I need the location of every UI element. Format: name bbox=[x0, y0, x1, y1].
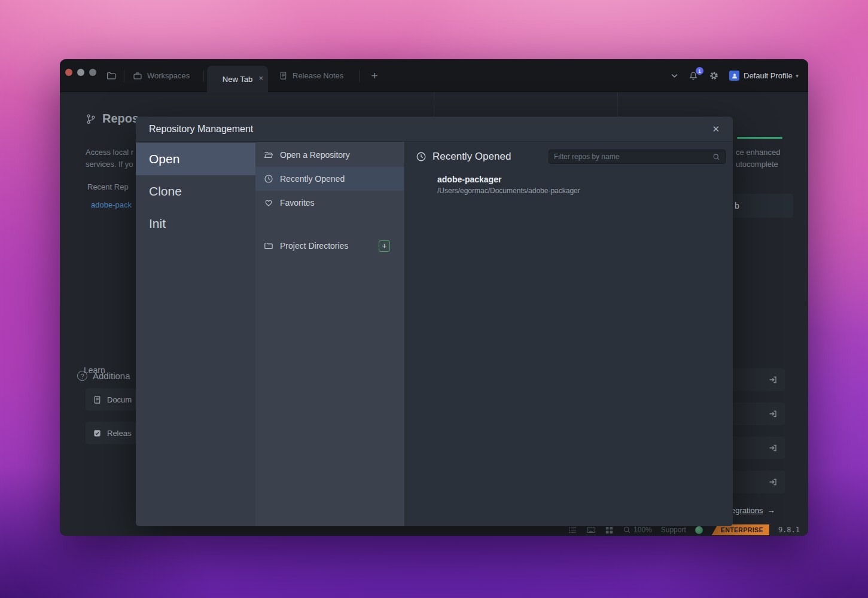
repo-filter bbox=[549, 150, 726, 164]
file-icon bbox=[279, 71, 288, 80]
right-panel-text-line2: utocomplete bbox=[736, 160, 778, 169]
list-icon[interactable] bbox=[568, 526, 577, 535]
globe-status-icon bbox=[695, 526, 703, 534]
sign-in-arrow-icon bbox=[768, 443, 778, 453]
section-label: Favorites bbox=[280, 198, 315, 208]
keyboard-icon[interactable] bbox=[586, 525, 596, 535]
modal-title: Repository Management bbox=[149, 124, 253, 135]
button-label: Releas bbox=[107, 429, 131, 438]
titlebar: Workspaces New Tab × Release Notes + bbox=[60, 59, 808, 92]
traffic-light-minimize-button[interactable] bbox=[77, 69, 84, 76]
add-project-directory-button[interactable]: + bbox=[379, 240, 390, 252]
panel-header: Recently Opened bbox=[405, 142, 733, 164]
tab-separator bbox=[124, 70, 124, 82]
intro-text-line2: services. If yo bbox=[86, 160, 133, 169]
grid-icon[interactable] bbox=[605, 526, 614, 535]
repo-list-item[interactable]: adobe-packager /Users/egormac/Documents/… bbox=[405, 175, 733, 195]
traffic-light-close-button[interactable] bbox=[65, 69, 72, 76]
nav-item-init[interactable]: Init bbox=[136, 208, 255, 240]
button-label: Docum bbox=[107, 395, 132, 404]
sign-in-arrow-icon bbox=[768, 477, 778, 487]
tab-separator bbox=[359, 70, 360, 82]
repo-path: /Users/egormac/Documents/adobe-packager bbox=[437, 187, 733, 195]
tab-release-notes[interactable]: Release Notes bbox=[279, 59, 343, 92]
intro-text-line1: Access local r bbox=[86, 148, 133, 157]
panel-title: Recently Opened bbox=[433, 151, 511, 163]
repositories-header: Repos bbox=[86, 112, 139, 126]
section-recently-opened[interactable]: Recently Opened bbox=[255, 167, 404, 191]
section-open-a-repository[interactable]: Open a Repository bbox=[255, 143, 404, 167]
section-favorites[interactable]: Favorites bbox=[255, 191, 404, 215]
folder-icon bbox=[264, 241, 273, 251]
clock-icon bbox=[416, 151, 427, 162]
modal-header: Repository Management ✕ bbox=[136, 117, 733, 142]
recent-repos-label: Recent Rep bbox=[87, 182, 129, 191]
briefcase-icon bbox=[133, 71, 142, 81]
sign-in-arrow-icon bbox=[768, 375, 778, 385]
button-label: b bbox=[735, 201, 739, 210]
nav-item-open[interactable]: Open bbox=[136, 143, 255, 175]
app-version: 9.8.1 bbox=[778, 526, 800, 534]
tab-label: Release Notes bbox=[293, 71, 343, 80]
link-label: egrations bbox=[731, 506, 763, 515]
arrow-right-icon: → bbox=[767, 506, 775, 515]
right-panel-text-line1: ce enhanced bbox=[736, 148, 780, 157]
close-tab-icon[interactable]: × bbox=[258, 74, 263, 83]
folder-open-icon bbox=[264, 150, 273, 160]
integrations-link[interactable]: egrations → bbox=[731, 506, 775, 515]
avatar[interactable] bbox=[729, 71, 739, 81]
profile-label[interactable]: Default Profile bbox=[744, 59, 793, 92]
recent-repo-link[interactable]: adobe-pack bbox=[91, 200, 132, 209]
zoom-level: 100% bbox=[634, 526, 652, 534]
chevron-down-icon[interactable] bbox=[669, 59, 680, 92]
tab-workspaces[interactable]: Workspaces bbox=[133, 59, 190, 92]
tab-label: Workspaces bbox=[147, 71, 190, 80]
app-window: Workspaces New Tab × Release Notes + bbox=[60, 59, 808, 536]
traffic-light-zoom-button[interactable] bbox=[89, 69, 96, 76]
recently-opened-panel: Recently Opened adobe-packager /Users/eg… bbox=[405, 142, 733, 526]
heart-icon bbox=[264, 198, 273, 208]
close-icon[interactable]: ✕ bbox=[712, 124, 720, 135]
modal-sections: Open a Repository Recently Opened Favori… bbox=[255, 142, 405, 526]
zoom-control[interactable]: 100% bbox=[623, 526, 652, 534]
notification-badge: 1 bbox=[696, 67, 703, 75]
notifications-bell-icon[interactable] bbox=[689, 59, 698, 92]
sign-in-arrow-icon bbox=[768, 409, 778, 419]
project-directories-label: Project Directories bbox=[280, 241, 348, 251]
zoom-magnifier-icon bbox=[623, 526, 631, 534]
checkbox-check-icon bbox=[93, 429, 102, 438]
search-icon bbox=[712, 153, 720, 161]
repo-name: adobe-packager bbox=[437, 175, 733, 184]
document-icon bbox=[93, 395, 102, 404]
modal-body: Open Clone Init Open a Repository bbox=[136, 142, 733, 526]
project-directories-row: Project Directories + bbox=[255, 234, 404, 258]
nav-item-clone[interactable]: Clone bbox=[136, 175, 255, 208]
modal-nav: Open Clone Init bbox=[136, 142, 255, 526]
page-title: Repos bbox=[102, 112, 139, 126]
gear-icon[interactable] bbox=[709, 59, 719, 92]
new-tab-button[interactable]: + bbox=[368, 59, 381, 92]
section-label: Open a Repository bbox=[280, 150, 350, 160]
folder-icon[interactable] bbox=[106, 71, 117, 81]
repository-management-modal: Repository Management ✕ Open Clone Init … bbox=[136, 117, 733, 526]
learn-label: Learn bbox=[84, 365, 105, 375]
clock-icon bbox=[264, 174, 273, 184]
section-label: Recently Opened bbox=[280, 174, 345, 184]
support-link[interactable]: Support bbox=[661, 526, 686, 534]
profile-caret-icon[interactable]: ▾ bbox=[796, 59, 799, 92]
tab-separator bbox=[203, 70, 204, 82]
desktop-wallpaper: Workspaces New Tab × Release Notes + bbox=[0, 0, 868, 598]
tab-new-tab[interactable]: New Tab × bbox=[207, 66, 268, 92]
tab-label: New Tab bbox=[223, 75, 252, 84]
active-tab-indicator bbox=[737, 137, 782, 139]
repo-filter-input[interactable] bbox=[554, 152, 709, 161]
git-branch-icon bbox=[86, 114, 96, 124]
